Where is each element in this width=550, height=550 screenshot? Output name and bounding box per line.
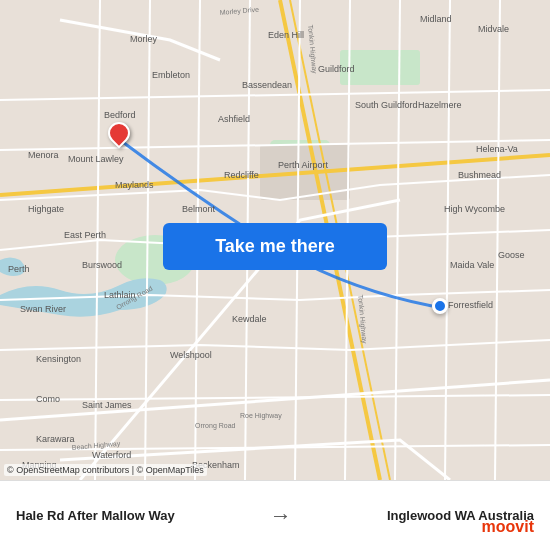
svg-text:Kensington: Kensington — [36, 354, 81, 364]
svg-text:Como: Como — [36, 394, 60, 404]
svg-text:Embleton: Embleton — [152, 70, 190, 80]
svg-text:South Guildford: South Guildford — [355, 100, 418, 110]
svg-text:Ashfield: Ashfield — [218, 114, 250, 124]
svg-text:Perth Airport: Perth Airport — [278, 160, 329, 170]
svg-text:High Wycombe: High Wycombe — [444, 204, 505, 214]
map-attribution: © OpenStreetMap contributors | © OpenMap… — [4, 464, 207, 476]
destination-marker — [108, 122, 132, 154]
svg-text:Forrestfield: Forrestfield — [448, 300, 493, 310]
svg-text:Midland: Midland — [420, 14, 452, 24]
moovit-logo: moovit — [482, 518, 534, 536]
svg-text:Karawara: Karawara — [36, 434, 75, 444]
svg-text:Waterford: Waterford — [92, 450, 131, 460]
svg-text:Orrong Road: Orrong Road — [195, 422, 236, 430]
footer: Hale Rd After Mallow Way → Inglewood WA … — [0, 480, 550, 550]
svg-text:Midvale: Midvale — [478, 24, 509, 34]
svg-text:Hazelmere: Hazelmere — [418, 100, 462, 110]
svg-text:Mount Lawley: Mount Lawley — [68, 154, 124, 164]
arrow-icon: → — [270, 503, 292, 529]
moovit-text: moovit — [482, 518, 534, 536]
svg-text:Goose: Goose — [498, 250, 525, 260]
from-label: Hale Rd After Mallow Way — [16, 508, 175, 523]
svg-text:Eden Hill: Eden Hill — [268, 30, 304, 40]
svg-text:Saint James: Saint James — [82, 400, 132, 410]
take-me-there-button[interactable]: Take me there — [163, 223, 387, 270]
svg-text:Burswood: Burswood — [82, 260, 122, 270]
svg-text:Bassendean: Bassendean — [242, 80, 292, 90]
map-container: Morley Midland Midvale Guildford Eden Hi… — [0, 0, 550, 480]
svg-text:Bedford: Bedford — [104, 110, 136, 120]
svg-text:Guildford: Guildford — [318, 64, 355, 74]
svg-text:Highgate: Highgate — [28, 204, 64, 214]
svg-text:Morley: Morley — [130, 34, 158, 44]
svg-text:Belmont: Belmont — [182, 204, 216, 214]
svg-text:Menora: Menora — [28, 150, 59, 160]
origin-marker — [432, 298, 448, 314]
svg-text:Maylands: Maylands — [115, 180, 154, 190]
svg-text:Redcliffe: Redcliffe — [224, 170, 259, 180]
svg-text:Welshpool: Welshpool — [170, 350, 212, 360]
svg-text:Helena-Va: Helena-Va — [476, 144, 518, 154]
footer-from: Hale Rd After Mallow Way — [16, 508, 175, 523]
svg-text:Kewdale: Kewdale — [232, 314, 267, 324]
svg-text:Bushmead: Bushmead — [458, 170, 501, 180]
svg-text:Swan River: Swan River — [20, 304, 66, 314]
svg-text:Perth: Perth — [8, 264, 30, 274]
svg-text:Roe Highway: Roe Highway — [240, 412, 282, 420]
svg-text:Maida Vale: Maida Vale — [450, 260, 494, 270]
svg-text:East Perth: East Perth — [64, 230, 106, 240]
